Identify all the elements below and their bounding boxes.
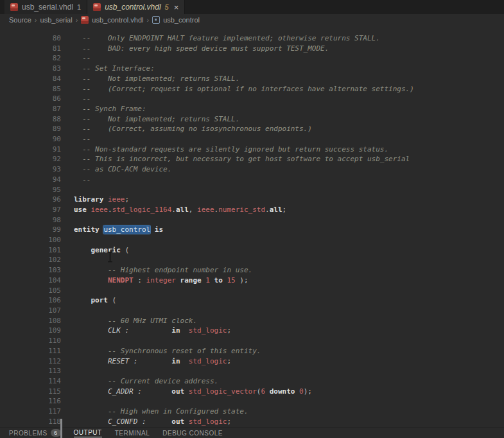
code-line[interactable]: 85 -- (Correct; request is optional if n… <box>8 84 504 94</box>
line-number[interactable]: 88 <box>8 114 61 125</box>
line-number[interactable]: 105 <box>8 286 61 296</box>
code-line[interactable]: 115 C_ADDR : out std_logic_vector(6 down… <box>8 387 504 397</box>
code-line-text: CLK : in std_logic; <box>74 326 231 336</box>
line-number[interactable]: 115 <box>8 387 61 397</box>
code-line[interactable]: 113 <box>8 366 504 376</box>
code-line[interactable]: 80 -- Only ENDPOINT HALT feature impleme… <box>8 33 504 44</box>
code-line[interactable]: 83 -- Set Interface: <box>8 64 504 74</box>
line-number[interactable]: 98 <box>8 215 61 225</box>
code-line[interactable]: 84 -- Not implemented; returns STALL. <box>8 74 504 84</box>
panel-tab-output[interactable]: OUTPUT <box>74 428 102 438</box>
line-number[interactable]: 85 <box>8 84 61 94</box>
code-line-text: -- (Correct; request is optional if no i… <box>74 84 414 94</box>
code-line[interactable]: 107 <box>8 306 504 316</box>
line-number[interactable]: 107 <box>8 306 61 316</box>
line-number[interactable]: 117 <box>8 407 61 417</box>
line-number[interactable]: 97 <box>8 205 61 215</box>
code-line-text: C_CONFD : out std_logic; <box>74 417 231 427</box>
panel-tab-terminal[interactable]: TERMINAL <box>115 428 150 438</box>
line-number[interactable]: 99 <box>8 225 61 235</box>
code-line[interactable]: 108 -- 60 MHz UTMI clock. <box>8 316 504 326</box>
line-number[interactable]: 94 <box>8 175 61 185</box>
code-line[interactable]: 93 -- as CDC-ACM device. <box>8 164 504 175</box>
line-number[interactable]: 109 <box>8 326 61 336</box>
code-line[interactable]: 98 <box>8 215 504 225</box>
line-number[interactable]: 86 <box>8 94 61 104</box>
line-number[interactable]: 96 <box>8 195 61 205</box>
line-number[interactable]: 114 <box>8 376 61 387</box>
line-number[interactable]: 91 <box>8 145 61 155</box>
code-line-text: -- Not implemented; returns STALL. <box>74 114 239 125</box>
code-line[interactable]: 91 -- Non-standard requests are silently… <box>8 145 504 155</box>
code-line[interactable]: 104 NENDPT : integer range 1 to 15 ); <box>8 276 504 286</box>
line-number[interactable]: 89 <box>8 124 61 134</box>
chevron-right-icon: › <box>35 16 37 24</box>
code-line[interactable]: 109 CLK : in std_logic; <box>8 326 504 336</box>
line-number[interactable]: 87 <box>8 104 61 114</box>
line-number[interactable]: 112 <box>8 356 61 367</box>
line-number[interactable]: 118 <box>8 417 61 427</box>
code-editor[interactable]: 80 -- Only ENDPOINT HALT feature impleme… <box>0 26 504 427</box>
line-number[interactable]: 81 <box>8 44 61 54</box>
code-line[interactable]: 92 -- This is incorrect, but necessary t… <box>8 154 504 164</box>
line-number[interactable]: 116 <box>8 396 61 407</box>
line-number[interactable]: 100 <box>8 235 61 245</box>
code-line-text: NENDPT : integer range 1 to 15 ); <box>74 276 248 286</box>
code-line[interactable]: 96library ieee; <box>8 195 504 205</box>
code-line[interactable]: 86 -- <box>8 94 504 104</box>
line-number[interactable]: 102 <box>8 255 61 265</box>
code-line[interactable]: 88 -- Not implemented; returns STALL. <box>8 114 504 125</box>
breadcrumb-item-symbol[interactable]: usb_control <box>163 16 200 24</box>
close-icon[interactable]: × <box>174 3 179 12</box>
line-number[interactable]: 103 <box>8 265 61 276</box>
code-line[interactable]: 99entity usb_control is <box>8 225 504 235</box>
panel-tab-problems[interactable]: PROBLEMS 6 <box>9 428 61 438</box>
line-number[interactable]: 106 <box>8 295 61 306</box>
code-line[interactable]: 105 <box>8 286 504 296</box>
line-number[interactable]: 84 <box>8 74 61 84</box>
line-number[interactable]: 95 <box>8 185 61 195</box>
line-number[interactable]: 92 <box>8 154 61 164</box>
panel-tab-debug-console[interactable]: DEBUG CONSOLE <box>162 428 223 438</box>
line-number[interactable]: 83 <box>8 64 61 74</box>
code-line[interactable]: 82 -- <box>8 53 504 64</box>
breadcrumb-item-file[interactable]: usb_control.vhdl <box>92 16 143 24</box>
code-line[interactable]: 103 -- Highest endpoint number in use. <box>8 265 504 276</box>
line-number[interactable]: 113 <box>8 366 61 376</box>
code-line[interactable]: 102 <box>8 255 504 265</box>
code-line[interactable]: 90 -- <box>8 134 504 145</box>
line-number[interactable]: 82 <box>8 53 61 64</box>
line-number[interactable]: 108 <box>8 316 61 326</box>
scrollbar-thumb[interactable] <box>60 419 62 438</box>
code-line[interactable]: 111 -- Synchronous reset of this entity. <box>8 346 504 356</box>
tab-label: usb_control.vhdl <box>105 3 161 12</box>
line-number[interactable]: 111 <box>8 346 61 356</box>
breadcrumb-item-usb-serial[interactable]: usb_serial <box>40 16 73 24</box>
code-line[interactable]: 116 <box>8 396 504 407</box>
code-line[interactable]: 87 -- Synch Frame: <box>8 104 504 114</box>
code-line[interactable]: 117 -- High when in Configured state. <box>8 407 504 417</box>
tab-usb-serial[interactable]: usb_serial.vhdl 1 <box>4 0 87 14</box>
line-number[interactable]: 110 <box>8 336 61 346</box>
code-line[interactable]: 100 <box>8 235 504 245</box>
line-number[interactable]: 90 <box>8 134 61 145</box>
code-line[interactable]: 114 -- Current device address. <box>8 376 504 387</box>
code-line[interactable]: 95 <box>8 185 504 195</box>
tab-label: usb_serial.vhdl <box>22 3 73 12</box>
line-number[interactable]: 80 <box>8 33 61 44</box>
code-line[interactable]: 97use ieee.std_logic_1164.all, ieee.nume… <box>8 205 504 215</box>
code-line[interactable]: 112 RESET : in std_logic; <box>8 356 504 367</box>
ibeam-cursor-icon <box>107 251 114 265</box>
code-line[interactable]: 89 -- (Correct, assuming no isosynchrono… <box>8 124 504 134</box>
line-number[interactable]: 104 <box>8 276 61 286</box>
breadcrumb-item-source[interactable]: Source <box>9 16 31 24</box>
tab-usb-control[interactable]: usb_control.vhdl 5 × <box>87 0 185 14</box>
code-line[interactable]: 118 C_CONFD : out std_logic; <box>8 417 504 427</box>
code-line[interactable]: 94 -- <box>8 175 504 185</box>
line-number[interactable]: 93 <box>8 164 61 175</box>
code-line[interactable]: 110 <box>8 336 504 346</box>
code-line[interactable]: 101 generic ( <box>8 245 504 256</box>
code-line[interactable]: 106 port ( <box>8 295 504 306</box>
code-line[interactable]: 81 -- BAD: every high speed device must … <box>8 44 504 54</box>
line-number[interactable]: 101 <box>8 245 61 256</box>
